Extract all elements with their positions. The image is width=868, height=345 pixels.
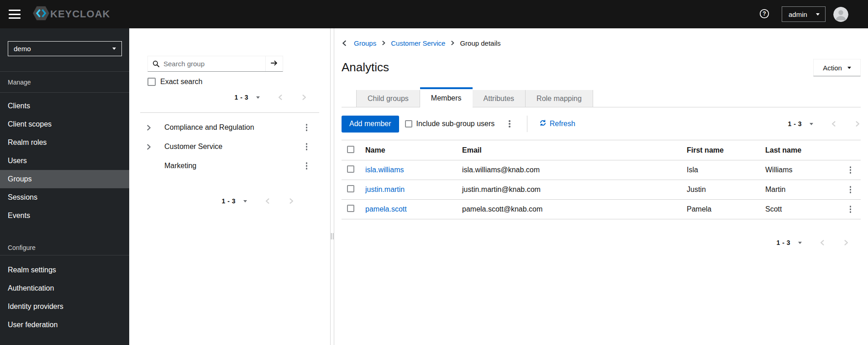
group-search-input[interactable]	[148, 56, 265, 71]
caret-down-icon	[847, 67, 851, 69]
prev-page-button[interactable]	[819, 239, 826, 246]
resizer-grip-icon	[331, 233, 333, 239]
divider	[527, 116, 527, 132]
column-header-email: Email	[457, 140, 681, 160]
per-page-toggle[interactable]: 1 - 3	[788, 120, 813, 127]
prev-page-button[interactable]	[277, 94, 284, 101]
add-member-button[interactable]: Add member	[342, 116, 399, 133]
tab-child-groups[interactable]: Child groups	[356, 90, 420, 107]
kebab-menu-icon[interactable]	[507, 118, 512, 129]
arrow-right-icon	[270, 59, 278, 68]
row-checkbox[interactable]	[347, 165, 354, 173]
per-page-toggle[interactable]: 1 - 3	[776, 239, 802, 246]
member-username-link[interactable]: justin.martin	[365, 186, 405, 193]
action-dropdown-button[interactable]: Action	[813, 59, 861, 76]
breadcrumb-groups-link[interactable]: Groups	[354, 39, 376, 47]
help-icon[interactable]: ?	[759, 9, 770, 20]
search-submit-button[interactable]	[265, 56, 283, 71]
group-details-page: Groups Customer Service Group details An…	[334, 28, 868, 345]
sidebar-item-user-federation[interactable]: User federation	[0, 316, 129, 334]
member-last-name: Martin	[760, 180, 840, 200]
next-page-button[interactable]	[301, 94, 307, 101]
realm-selector[interactable]: demo	[8, 41, 122, 56]
kebab-menu-icon[interactable]	[848, 165, 853, 175]
group-name[interactable]: Customer Service	[164, 143, 222, 151]
member-last-name: Williams	[760, 160, 840, 180]
tab-role-mapping[interactable]: Role mapping	[526, 90, 593, 107]
realm-name: demo	[14, 45, 31, 53]
nav-toggle-icon[interactable]	[9, 10, 21, 19]
panel-resizer[interactable]	[330, 28, 334, 345]
member-first-name: Isla	[681, 160, 760, 180]
tab-members[interactable]: Members	[420, 87, 473, 107]
members-pagination-bottom: 1 - 3	[342, 237, 861, 249]
next-page-button[interactable]	[854, 121, 861, 127]
svg-text:?: ?	[763, 11, 766, 17]
chevron-right-icon[interactable]	[139, 118, 158, 137]
member-first-name: Justin	[681, 180, 760, 200]
sidebar-item-events[interactable]: Events	[0, 207, 129, 225]
next-page-button[interactable]	[843, 239, 849, 246]
group-name[interactable]: Compliance and Regulation	[164, 123, 254, 132]
table-row: justin.martin justin.martin@knab.com Jus…	[342, 180, 861, 200]
member-username-link[interactable]: pamela.scott	[365, 205, 407, 213]
include-subgroup-users-label[interactable]: Include sub-group users	[416, 120, 495, 128]
sidebar-item-groups[interactable]: Groups	[0, 170, 129, 188]
prev-page-button[interactable]	[831, 121, 837, 127]
nav-section-configure: Configure	[0, 238, 129, 255]
sidebar-item-identity-providers[interactable]: Identity providers	[0, 297, 129, 316]
sidebar-item-realm-settings[interactable]: Realm settings	[0, 261, 129, 279]
sidebar-item-sessions[interactable]: Sessions	[0, 188, 129, 207]
per-page-toggle[interactable]: 1 - 3	[234, 94, 260, 101]
caret-down-icon	[816, 13, 820, 16]
keycloak-logo[interactable]: KEYCLOAK	[32, 5, 110, 23]
group-tree-panel: Exact search 1 - 3	[129, 28, 330, 345]
table-header-row: Name Email First name Last name	[342, 140, 861, 160]
group-name[interactable]: Marketing	[164, 162, 196, 170]
kebab-menu-icon[interactable]	[848, 204, 853, 215]
kebab-menu-icon[interactable]	[304, 160, 310, 171]
exact-search-label[interactable]: Exact search	[160, 78, 202, 86]
sidebar-item-users[interactable]: Users	[0, 152, 129, 170]
tab-attributes[interactable]: Attributes	[473, 90, 526, 107]
column-header-last-name: Last name	[760, 140, 840, 160]
search-icon	[153, 60, 160, 69]
breadcrumb-customer-service-link[interactable]: Customer Service	[391, 39, 445, 47]
include-subgroup-users-checkbox[interactable]	[405, 120, 412, 127]
pagination-range: 1 - 3	[776, 239, 790, 246]
refresh-icon	[539, 119, 547, 128]
tree-item-compliance-and-regulation: Compliance and Regulation	[129, 118, 330, 137]
caret-down-icon	[810, 123, 813, 125]
refresh-button[interactable]: Refresh	[539, 119, 575, 128]
member-email: isla.williams@knab.com	[457, 160, 681, 180]
per-page-toggle[interactable]: 1 - 3	[221, 197, 247, 205]
next-page-button[interactable]	[288, 198, 295, 204]
kebab-menu-icon[interactable]	[304, 141, 310, 152]
caret-down-icon	[256, 96, 260, 99]
members-toolbar: Add member Include sub-group users	[342, 114, 861, 133]
chevron-right-icon[interactable]	[139, 138, 158, 156]
table-row: isla.williams isla.williams@knab.com Isl…	[342, 160, 861, 180]
exact-search-checkbox[interactable]	[147, 78, 156, 86]
caret-down-icon	[112, 48, 116, 50]
sidebar-item-clients[interactable]: Clients	[0, 97, 129, 115]
row-checkbox[interactable]	[347, 185, 354, 192]
sidebar-item-authentication[interactable]: Authentication	[0, 279, 129, 297]
member-username-link[interactable]: isla.williams	[365, 166, 404, 174]
user-menu-dropdown[interactable]: admin	[782, 6, 826, 22]
prev-page-button[interactable]	[264, 198, 271, 204]
chevron-left-icon[interactable]	[342, 40, 347, 46]
tree-pagination-top: 1 - 3	[129, 91, 330, 103]
column-header-first-name: First name	[681, 140, 760, 160]
member-email: justin.martin@knab.com	[457, 180, 681, 200]
kebab-menu-icon[interactable]	[848, 184, 853, 195]
row-checkbox[interactable]	[347, 205, 354, 212]
sidebar-item-client-scopes[interactable]: Client scopes	[0, 115, 129, 133]
keycloak-logo-icon	[32, 5, 50, 23]
select-all-checkbox[interactable]	[347, 146, 354, 153]
breadcrumb-current: Group details	[460, 39, 500, 47]
sidebar-item-realm-roles[interactable]: Realm roles	[0, 133, 129, 152]
kebab-menu-icon[interactable]	[304, 122, 310, 133]
chevron-right-icon	[381, 41, 386, 45]
tree-pagination-bottom: 1 - 3	[129, 195, 330, 207]
